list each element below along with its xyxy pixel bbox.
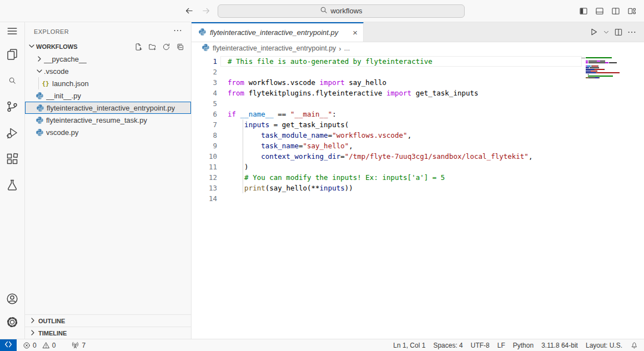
sidebar-section-outline[interactable]: OUTLINE <box>25 314 191 327</box>
tree-item-label: .vscode <box>44 67 69 76</box>
extensions-button[interactable] <box>0 153 25 167</box>
code-line-6[interactable]: 6if __name__ == "__main__": <box>192 109 644 119</box>
code-editor[interactable]: 1# This file is auto-generated by flytei… <box>192 54 644 339</box>
command-center-search[interactable]: workflows <box>218 4 465 18</box>
new-folder-icon[interactable] <box>148 43 157 51</box>
testing-button[interactable] <box>0 179 25 193</box>
search-button[interactable] <box>0 75 25 88</box>
status-item-5[interactable]: 3.11.8 64-bit <box>537 339 582 351</box>
tree-item--init-py[interactable]: __init__.py <box>25 89 191 102</box>
run-debug-button[interactable] <box>0 127 25 141</box>
python-icon <box>35 116 44 124</box>
status-item-1[interactable]: Spaces: 4 <box>429 339 466 351</box>
code-line-12[interactable]: 12 # You can modify the inputs! Ex: inpu… <box>192 172 644 183</box>
chevron-right-icon <box>28 316 37 326</box>
remote-indicator[interactable] <box>0 339 17 351</box>
ports-status[interactable]: 7 <box>67 339 89 351</box>
overview-ruler-mark <box>581 57 585 59</box>
toggle-panel-icon[interactable] <box>595 7 604 16</box>
code-line-8[interactable]: 8 task_module_name="workflows.vscode", <box>192 130 644 141</box>
notifications-button[interactable] <box>626 339 644 351</box>
workflows-section-header[interactable]: WORKFLOWS <box>25 41 191 53</box>
code-line-14[interactable]: 14 <box>192 193 644 204</box>
toggle-secondary-sidebar-icon[interactable] <box>611 7 620 16</box>
code-line-2[interactable]: 2 <box>192 67 644 77</box>
line-number[interactable]: 13 <box>192 184 217 192</box>
split-editor-icon[interactable] <box>614 28 623 37</box>
minimap[interactable] <box>586 57 625 81</box>
status-item-3[interactable]: LF <box>494 339 509 351</box>
tree-item-flyteinteractive-resume-task-py[interactable]: flyteinteractive_resume_task.py <box>25 114 191 126</box>
breadcrumb[interactable]: flyteinteractive_interactive_entrypoint.… <box>192 42 644 54</box>
toggle-primary-sidebar-icon[interactable] <box>579 7 588 16</box>
code-line-3[interactable]: 3from workflows.vscode import say_hello <box>192 77 644 88</box>
line-number[interactable]: 14 <box>192 194 217 203</box>
run-python-file-icon[interactable] <box>589 27 598 37</box>
file-tree: __pycache__.vscode{}launch.json__init__.… <box>25 53 191 138</box>
line-number[interactable]: 2 <box>192 68 217 76</box>
more-actions-icon[interactable] <box>627 28 636 37</box>
line-number[interactable]: 9 <box>192 142 217 150</box>
line-number[interactable]: 8 <box>192 131 217 139</box>
new-file-icon[interactable] <box>134 43 143 51</box>
status-item-6[interactable]: Layout: U.S. <box>582 339 626 351</box>
breadcrumb-file[interactable]: flyteinteractive_interactive_entrypoint.… <box>213 44 336 52</box>
status-item-2[interactable]: UTF-8 <box>467 339 494 351</box>
breadcrumb-more[interactable]: ... <box>344 44 350 52</box>
code-line-11[interactable]: 11 ) <box>192 162 644 172</box>
line-number[interactable]: 5 <box>192 99 217 108</box>
code-line-5[interactable]: 5 <box>192 98 644 109</box>
chevron-right-icon <box>35 54 44 63</box>
code-line-10[interactable]: 10 context_working_dir="/tmp/flyte-7uuq3… <box>192 151 644 162</box>
tree-item-flyteinteractive-interactive-entrypoint-py[interactable]: flyteinteractive_interactive_entrypoint.… <box>25 102 191 114</box>
code-text: context_working_dir="/tmp/flyte-7uuq3cg1… <box>228 152 532 161</box>
line-number[interactable]: 7 <box>192 121 217 129</box>
workflows-section-label: WORKFLOWS <box>36 43 78 50</box>
tree-item-vscode-py[interactable]: vscode.py <box>25 126 191 138</box>
code-line-9[interactable]: 9 task_name="say_hello", <box>192 141 644 151</box>
tree-item--vscode[interactable]: .vscode <box>25 65 191 77</box>
go-forward-button[interactable] <box>202 6 211 16</box>
ellipsis-icon[interactable] <box>173 26 182 37</box>
line-number[interactable]: 11 <box>192 163 217 171</box>
tree-item-launch-json[interactable]: {}launch.json <box>25 77 191 89</box>
account-icon <box>6 292 19 308</box>
code-text: inputs = get_task_inputs( <box>228 121 349 129</box>
error-icon <box>23 342 31 349</box>
section-label: TIMELINE <box>38 330 67 337</box>
refresh-icon[interactable] <box>162 43 170 51</box>
line-number[interactable]: 10 <box>192 152 217 161</box>
tree-item-label: flyteinteractive_interactive_entrypoint.… <box>47 104 175 112</box>
testing-icon <box>6 178 19 194</box>
collapse-all-icon[interactable] <box>176 43 184 51</box>
status-item-0[interactable]: Ln 1, Col 1 <box>389 339 429 351</box>
tab-label: flyteinteractive_interactive_entrypoint.… <box>210 28 349 37</box>
code-line-1[interactable]: 1# This file is auto-generated by flytei… <box>192 56 644 67</box>
source-control-button[interactable] <box>0 101 25 114</box>
line-number[interactable]: 12 <box>192 173 217 182</box>
go-back-button[interactable] <box>184 6 194 16</box>
line-number[interactable]: 6 <box>192 110 217 118</box>
sidebar-section-timeline[interactable]: TIMELINE <box>25 327 191 339</box>
code-text: if __name__ == "__main__": <box>228 110 336 118</box>
line-number[interactable]: 3 <box>192 78 217 87</box>
bell-icon <box>630 341 638 349</box>
customize-layout-icon[interactable] <box>627 7 636 16</box>
code-line-4[interactable]: 4from flytekitplugins.flyteinteractive i… <box>192 88 644 98</box>
run-dropdown-icon[interactable] <box>603 29 610 36</box>
account-button[interactable] <box>0 293 25 307</box>
status-item-4[interactable]: Python <box>509 339 537 351</box>
menu-button[interactable] <box>0 26 25 39</box>
close-icon[interactable]: × <box>353 28 358 37</box>
code-line-13[interactable]: 13 print(say_hello(**inputs)) <box>192 183 644 193</box>
line-number[interactable]: 1 <box>192 57 217 66</box>
settings-gear-button[interactable] <box>0 317 25 330</box>
chevron-down-icon <box>27 42 36 52</box>
tree-item--pycache-[interactable]: __pycache__ <box>25 53 191 65</box>
tab-flyteinteractive-interactive-entrypoint[interactable]: flyteinteractive_interactive_entrypoint.… <box>192 22 364 42</box>
code-line-7[interactable]: 7 inputs = get_task_inputs( <box>192 119 644 130</box>
code-text: ) <box>228 163 249 171</box>
explorer-button[interactable] <box>0 49 25 62</box>
line-number[interactable]: 4 <box>192 89 217 97</box>
problems-status[interactable]: 0 0 <box>19 339 59 351</box>
